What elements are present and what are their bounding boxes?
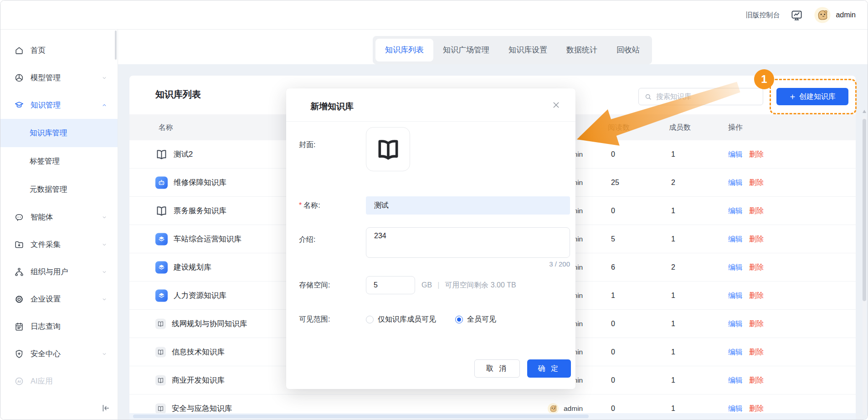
sidebar-subitem[interactable]: 知识库管理: [0, 119, 118, 147]
sidebar-collapse-icon[interactable]: [100, 403, 110, 413]
sidebar-item[interactable]: 组织与用户: [0, 258, 118, 286]
app-window: 旧版控制台 admin 首页模型管理知识管理知识库管理标签管理元数据管理智能体文…: [0, 0, 868, 420]
edit-link[interactable]: 编辑: [728, 291, 743, 300]
kb-name: 维修保障知识库: [174, 178, 226, 188]
visibility-radio[interactable]: 仅知识库成员可见: [366, 315, 436, 324]
storage-hint: 可用空间剩余 3.00 TB: [445, 281, 516, 290]
kb-name-cell[interactable]: 车站综合运营知识库: [155, 233, 241, 245]
create-kb-button[interactable]: 创建知识库: [776, 88, 848, 105]
edit-link[interactable]: 编辑: [728, 178, 743, 187]
vertical-scrollbar[interactable]: [863, 116, 866, 415]
edit-link[interactable]: 编辑: [728, 375, 743, 385]
storage-divider: |: [437, 281, 439, 289]
sidebar-subitem[interactable]: 元数据管理: [0, 175, 118, 204]
sidebar-item-label: 日志查询: [31, 322, 61, 332]
kb-name-cell[interactable]: 商业开发知识库: [155, 375, 225, 385]
cancel-button[interactable]: 取 消: [474, 359, 520, 378]
delete-link[interactable]: 删除: [749, 178, 764, 187]
intro-textarea[interactable]: 234: [366, 227, 570, 258]
kb-name-cell[interactable]: 人力资源知识库: [155, 289, 226, 302]
owner-name: admin: [564, 405, 583, 413]
user-avatar[interactable]: [814, 6, 831, 24]
delete-link[interactable]: 删除: [749, 149, 764, 159]
radio-icon[interactable]: [455, 316, 463, 323]
sidebar-item[interactable]: 日志查询: [0, 313, 118, 340]
sidebar-item-label: 智能体: [31, 212, 53, 222]
user-menu[interactable]: admin: [814, 6, 856, 24]
kb-name-cell[interactable]: 安全与应急知识库: [155, 403, 232, 413]
tab[interactable]: 数据统计: [557, 39, 607, 61]
edit-link[interactable]: 编辑: [728, 206, 743, 215]
tab[interactable]: 知识广场管理: [433, 39, 499, 61]
horizontal-scrollbar[interactable]: [129, 413, 856, 420]
delete-link[interactable]: 删除: [749, 404, 764, 413]
edit-link[interactable]: 编辑: [728, 234, 743, 244]
storage-input[interactable]: [366, 276, 415, 294]
chevron-down-icon: [101, 75, 108, 81]
monitor-chart-icon[interactable]: [791, 9, 803, 21]
edit-link[interactable]: 编辑: [728, 149, 743, 159]
kb-name-cell[interactable]: 信息技术知识库: [155, 347, 225, 357]
sidebar-item[interactable]: 智能体: [0, 204, 118, 231]
delete-link[interactable]: 删除: [749, 291, 764, 300]
sidebar-item[interactable]: 企业设置: [0, 286, 118, 313]
visibility-radio[interactable]: 全员可见: [455, 315, 496, 324]
visibility-options: 仅知识库成员可见全员可见: [366, 312, 515, 326]
delete-link[interactable]: 删除: [749, 206, 764, 215]
tab[interactable]: 回收站: [607, 39, 649, 61]
confirm-button[interactable]: 确 定: [527, 359, 571, 378]
search-box[interactable]: [638, 88, 763, 105]
radio-icon[interactable]: [366, 316, 374, 323]
tutorial-step-badge: 1: [754, 69, 774, 89]
kb-name: 测试2: [174, 149, 193, 159]
edit-link[interactable]: 编辑: [728, 319, 743, 328]
search-input[interactable]: [656, 92, 757, 101]
delete-link[interactable]: 删除: [749, 319, 764, 328]
row-actions: 编辑删除: [728, 375, 764, 385]
horizontal-scrollbar-thumb[interactable]: [133, 415, 589, 418]
delete-link[interactable]: 删除: [749, 347, 764, 357]
legacy-console-link[interactable]: 旧版控制台: [745, 11, 780, 20]
reads-count: 0: [611, 376, 615, 384]
kb-name: 线网规划与协同知识库: [172, 319, 247, 329]
storage-label: 存储空间:: [299, 281, 365, 290]
tab[interactable]: 知识库设置: [499, 39, 557, 61]
sidebar-item[interactable]: 文件采集: [0, 231, 118, 258]
kb-name-cell[interactable]: 线网规划与协同知识库: [155, 318, 247, 329]
kb-name-cell[interactable]: 建设规划库: [155, 261, 211, 273]
delete-link[interactable]: 删除: [749, 262, 764, 272]
sidebar-item-label: AI应用: [31, 376, 53, 386]
kb-name-cell[interactable]: 测试2: [155, 148, 193, 160]
row-actions: 编辑删除: [728, 262, 764, 272]
edit-link[interactable]: 编辑: [728, 262, 743, 272]
cover-label: 封面:: [299, 140, 365, 150]
cover-picker[interactable]: [366, 127, 410, 171]
char-counter: 3 / 200: [366, 260, 570, 268]
chevron-down-icon: [101, 214, 108, 220]
kb-name-cell[interactable]: 维修保障知识库: [155, 176, 226, 189]
shield-icon: [14, 349, 24, 359]
kb-name-cell[interactable]: 票务服务知识库: [155, 205, 226, 217]
kb-name: 商业开发知识库: [172, 375, 225, 385]
org-icon: [14, 267, 24, 277]
sidebar-item[interactable]: 模型管理: [0, 64, 118, 92]
sidebar-item[interactable]: 首页: [0, 37, 118, 64]
sidebar-subitem[interactable]: 标签管理: [0, 147, 118, 175]
tab[interactable]: 知识库列表: [375, 39, 433, 61]
close-icon[interactable]: [551, 100, 561, 110]
reads-count: 1: [611, 292, 615, 300]
sidebar-item[interactable]: 安全中心: [0, 340, 118, 368]
chevron-down-icon: [101, 351, 108, 357]
edit-link[interactable]: 编辑: [728, 404, 743, 413]
vertical-scrollbar-thumb[interactable]: [863, 119, 866, 301]
edit-link[interactable]: 编辑: [728, 347, 743, 357]
name-input[interactable]: [366, 196, 570, 215]
sidebar-item[interactable]: 知识管理: [0, 92, 118, 119]
book-icon: [155, 347, 166, 357]
required-asterisk: *: [299, 201, 302, 209]
delete-link[interactable]: 删除: [749, 375, 764, 385]
delete-link[interactable]: 删除: [749, 234, 764, 244]
scrollbar-up-arrow[interactable]: [863, 110, 866, 113]
name-label: *名称:: [299, 201, 365, 210]
members-count: 1: [671, 405, 675, 413]
